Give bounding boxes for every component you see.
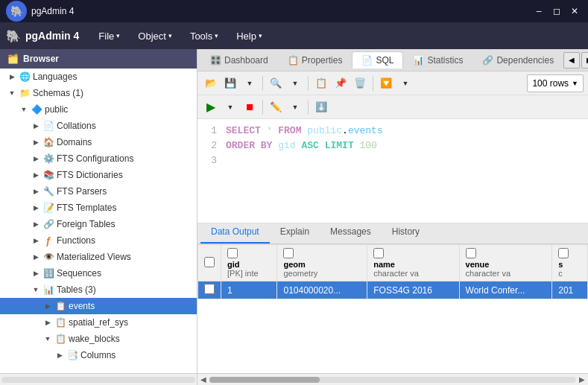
result-tab-data-output[interactable]: Data Output	[200, 223, 270, 244]
public-icon: 🔷	[30, 103, 43, 116]
sidebar-item-languages[interactable]: ▶ 🌐 Languages	[0, 69, 197, 85]
sidebar-item-wake-blocks[interactable]: ▼ 📋 wake_blocks	[0, 331, 197, 347]
window-controls: – ◻ ✕	[531, 4, 582, 19]
result-tab-explain[interactable]: Explain	[270, 223, 320, 244]
expand-columns[interactable]: ▶	[54, 349, 66, 361]
tab-prev-button[interactable]: ◀	[563, 52, 580, 69]
expand-spatial-ref[interactable]: ▶	[42, 316, 54, 328]
expand-public[interactable]: ▼	[18, 104, 30, 115]
sidebar-item-events[interactable]: ▶ 📋 events	[0, 298, 197, 314]
expand-schemas[interactable]: ▼	[6, 87, 18, 99]
download-button[interactable]: ⬇️	[312, 98, 330, 116]
select-all-header[interactable]	[198, 245, 221, 281]
sidebar-item-domains[interactable]: ▶ 🏠 Domains	[0, 134, 197, 150]
gid-col-checkbox[interactable]	[227, 248, 238, 258]
toolbar-separator-3	[373, 76, 373, 91]
edit-dropdown-button[interactable]: ▼	[286, 98, 304, 116]
expand-tables[interactable]: ▼	[30, 284, 42, 296]
help-menu[interactable]: Help ▾	[229, 28, 270, 45]
find-dropdown-button[interactable]: ▼	[286, 74, 304, 92]
horizontal-scrollbar[interactable]	[209, 377, 576, 383]
sidebar-item-fts-templates[interactable]: ▶ 📝 FTS Templates	[0, 200, 197, 216]
row-checkbox-1[interactable]	[204, 284, 215, 294]
save-button[interactable]: 💾	[221, 74, 239, 92]
sidebar-item-mat-views[interactable]: ▶ 👁️ Materialized Views	[0, 249, 197, 265]
edit-button[interactable]: ✏️	[267, 98, 285, 116]
sidebar-item-fts-dicts[interactable]: ▶ 📚 FTS Dictionaries	[0, 167, 197, 183]
clear-button[interactable]: 🗑️	[351, 74, 369, 92]
spatial-ref-icon: 📋	[54, 316, 67, 329]
minimize-button[interactable]: –	[531, 4, 546, 19]
row-limit-dropdown[interactable]: 100 rows ▼	[527, 74, 584, 92]
col-header-gid: gid [PK] inte	[221, 245, 277, 281]
sidebar-item-spatial-ref[interactable]: ▶ 📋 spatial_ref_sys	[0, 314, 197, 331]
expand-foreign-tables[interactable]: ▶	[30, 218, 42, 230]
expand-fts-configs[interactable]: ▶	[30, 153, 42, 165]
expand-fts-dicts[interactable]: ▶	[30, 169, 42, 181]
file-menu[interactable]: File ▾	[91, 28, 127, 45]
tab-sql[interactable]: 📄 SQL	[352, 51, 403, 69]
sidebar-horizontal-scrollbar[interactable]	[1, 377, 195, 383]
geom-col-checkbox[interactable]	[283, 248, 294, 258]
find-button[interactable]: 🔍	[267, 74, 285, 92]
paste-button[interactable]: 📌	[332, 74, 350, 92]
bottom-scroll[interactable]: ◀ ▶	[197, 373, 588, 385]
sidebar-item-functions[interactable]: ▶ ƒ Functions	[0, 232, 197, 249]
maximize-button[interactable]: ◻	[549, 4, 564, 19]
result-tab-messages[interactable]: Messages	[320, 223, 382, 244]
close-button[interactable]: ✕	[567, 4, 582, 19]
filter-dropdown-button[interactable]: ▼	[396, 74, 414, 92]
filter-button[interactable]: 🔽	[377, 74, 395, 92]
sidebar-item-sequences[interactable]: ▶ 🔢 Sequences	[0, 265, 197, 281]
copy-button[interactable]: 📋	[312, 74, 330, 92]
data-table-container[interactable]: gid [PK] inte geom geometry name	[197, 244, 588, 373]
tab-properties[interactable]: 📋 Properties	[278, 51, 353, 69]
sidebar-item-tables[interactable]: ▼ 📊 Tables (3)	[0, 281, 197, 298]
result-tab-history[interactable]: History	[382, 223, 430, 244]
save-dropdown-button[interactable]: ▼	[241, 74, 259, 92]
cell-s: 201	[552, 281, 588, 299]
expand-functions[interactable]: ▶	[30, 235, 42, 246]
sidebar-item-schemas[interactable]: ▼ 📁 Schemas (1)	[0, 85, 197, 101]
tabs-bar: 🎛️ Dashboard 📋 Properties 📄 SQL 📊 Statis…	[197, 49, 588, 71]
table-row[interactable]: 1 0104000020... FOSS4G 2016 World Confer…	[198, 281, 588, 299]
sidebar-item-columns[interactable]: ▶ 📑 Columns	[0, 347, 197, 363]
expand-events[interactable]: ▶	[42, 300, 54, 312]
expand-mat-views[interactable]: ▶	[30, 251, 42, 263]
file-menu-arrow: ▾	[116, 32, 120, 39]
tools-menu[interactable]: Tools ▾	[183, 28, 226, 45]
object-menu[interactable]: Object ▾	[130, 28, 180, 45]
expand-sequences[interactable]: ▶	[30, 267, 42, 279]
sidebar-item-foreign-tables[interactable]: ▶ 🔗 Foreign Tables	[0, 216, 197, 232]
run-button[interactable]: ▶	[202, 98, 220, 116]
expand-domains[interactable]: ▶	[30, 136, 42, 148]
stop-button[interactable]: ⏹	[241, 98, 259, 116]
tab-dashboard[interactable]: 🎛️ Dashboard	[200, 51, 278, 69]
scrollbar-thumb[interactable]	[209, 377, 320, 383]
tab-dependencies[interactable]: 🔗 Dependencies	[472, 51, 563, 69]
expand-fts-templates[interactable]: ▶	[30, 202, 42, 214]
expand-wake-blocks[interactable]: ▼	[42, 333, 54, 345]
sidebar-item-fts-configs[interactable]: ▶ ⚙️ FTS Configurations	[0, 150, 197, 167]
run-dropdown-button[interactable]: ▼	[221, 98, 239, 116]
scroll-right-btn[interactable]: ▶	[579, 375, 585, 384]
sidebar-content[interactable]: ▶ 🌐 Languages ▼ 📁 Schemas (1) ▼ 🔷 public…	[0, 69, 197, 373]
expand-collations[interactable]: ▶	[30, 120, 42, 132]
select-all-checkbox[interactable]	[204, 257, 215, 267]
tab-next-button[interactable]: ▶	[581, 52, 588, 69]
open-file-button[interactable]: 📂	[202, 74, 220, 92]
expand-languages[interactable]: ▶	[6, 71, 18, 83]
expand-fts-parsers[interactable]: ▶	[30, 185, 42, 197]
tab-statistics[interactable]: 📊 Statistics	[403, 51, 472, 69]
sql-editor[interactable]: 1 2 3 SELECT * FROM public.events ORDER …	[197, 119, 588, 223]
name-col-checkbox[interactable]	[373, 248, 384, 258]
sidebar-item-public[interactable]: ▼ 🔷 public	[0, 101, 197, 118]
venue-col-checkbox[interactable]	[466, 248, 476, 258]
s-col-checkbox[interactable]	[558, 248, 569, 258]
sidebar-bottom-scroll[interactable]	[0, 373, 197, 385]
sidebar-item-collations[interactable]: ▶ 📄 Collations	[0, 118, 197, 134]
sidebar-item-fts-parsers[interactable]: ▶ 🔧 FTS Parsers	[0, 183, 197, 200]
row-select-cell[interactable]	[198, 281, 221, 299]
functions-icon: ƒ	[42, 234, 55, 247]
scroll-left-btn[interactable]: ◀	[200, 375, 206, 384]
